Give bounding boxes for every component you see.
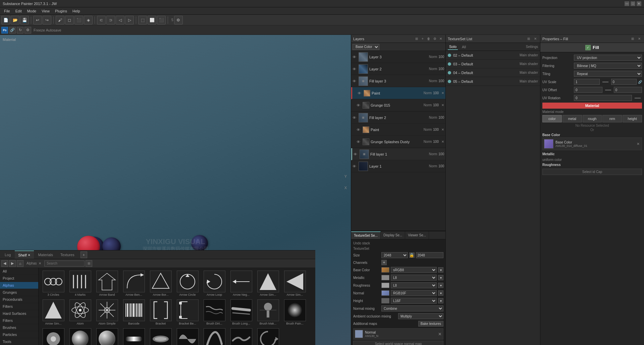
- alpha-brushpain6[interactable]: Brush Pain...: [147, 327, 174, 345]
- alpha-arrowsim2[interactable]: Arrow Sim...: [281, 269, 308, 298]
- maximize-button[interactable]: □: [631, 1, 635, 6]
- minimize-button[interactable]: —: [625, 1, 629, 6]
- textures-tab[interactable]: Textures: [57, 250, 78, 259]
- cat-all[interactable]: All: [0, 268, 38, 275]
- cat-hard-surfaces[interactable]: Hard Surfaces: [0, 310, 38, 317]
- menu-view[interactable]: View: [39, 8, 52, 14]
- basecolor-format[interactable]: sRGB8: [391, 267, 437, 273]
- base-color-remove[interactable]: ✕: [636, 141, 640, 146]
- cat-alphas[interactable]: Alphas: [0, 282, 38, 289]
- alpha-arrowben[interactable]: Arrow Ben...: [120, 269, 147, 298]
- import-btn[interactable]: ⬛: [157, 16, 166, 24]
- grunge2-del[interactable]: ✕: [441, 140, 444, 143]
- ts-item-05[interactable]: 05 – Default Main shader: [446, 77, 540, 86]
- normal-mixing-select[interactable]: Combine: [381, 305, 443, 311]
- select-tool[interactable]: ◈: [84, 16, 93, 24]
- cat-project[interactable]: Project: [0, 275, 38, 282]
- filllayer3-eye[interactable]: 👁: [353, 79, 357, 83]
- cat-brushes[interactable]: Brushes: [0, 324, 38, 331]
- erase-tool[interactable]: ◻: [65, 16, 74, 24]
- layers-close-btn[interactable]: ✕: [438, 36, 443, 42]
- uvoffset-input[interactable]: [574, 87, 602, 93]
- cat-filters2[interactable]: Filters: [0, 317, 38, 324]
- size-lock-btn[interactable]: 🔒: [409, 252, 415, 258]
- select-id-cap-btn[interactable]: Select id Cap: [542, 169, 642, 175]
- ts-item-04[interactable]: 04 – Default Main shader: [446, 68, 540, 77]
- mat-tab-height[interactable]: height: [623, 115, 642, 122]
- alpha-barcode[interactable]: Barcode: [120, 298, 147, 327]
- grunge1-eye[interactable]: 👁: [357, 103, 361, 107]
- metallic-arrow[interactable]: ▾: [438, 275, 443, 280]
- layers-settings-btn[interactable]: ⚙: [432, 36, 437, 42]
- log-tab[interactable]: Log: [1, 250, 14, 259]
- save-button[interactable]: 💾: [20, 16, 29, 24]
- menu-edit[interactable]: Edit: [13, 8, 24, 14]
- filllayer2-eye[interactable]: 👁: [353, 116, 357, 120]
- tool-b[interactable]: ⊃: [106, 16, 115, 24]
- menu-mode[interactable]: Mode: [24, 8, 39, 14]
- alpha-arrowbor[interactable]: Arrow Bor...: [147, 269, 174, 298]
- cat-particles[interactable]: Particles: [0, 331, 38, 338]
- grunge1-del[interactable]: ✕: [441, 103, 444, 107]
- roughness-format[interactable]: L8: [391, 282, 437, 288]
- shelf-grid-toggle[interactable]: ⊞: [86, 260, 92, 267]
- render-btn[interactable]: ⬚: [138, 16, 147, 24]
- uvoffset-y[interactable]: [614, 87, 642, 93]
- ts-list-expand[interactable]: ⊞: [526, 36, 531, 42]
- close-button[interactable]: ✕: [637, 1, 641, 6]
- shelf-add-btn[interactable]: +: [80, 251, 87, 258]
- ts-item-03[interactable]: 03 – Default Main shader: [446, 60, 540, 68]
- new-button[interactable]: 📄: [1, 16, 10, 24]
- blend-mode-select[interactable]: Base Color: [353, 44, 379, 50]
- mat-tab-color[interactable]: color: [542, 115, 562, 122]
- tool-c[interactable]: ◁: [116, 16, 124, 24]
- alpha-arrowsim3[interactable]: Arrow Sim...: [40, 298, 67, 327]
- alphas-breadcrumb-close[interactable]: ✕: [39, 262, 41, 265]
- tiling-select[interactable]: Repeat: [574, 71, 642, 77]
- alpha-arrowsim1[interactable]: Arrow Sim...: [255, 269, 281, 298]
- layer3-eye[interactable]: 👁: [353, 55, 357, 59]
- basecolor-arrow[interactable]: ▾: [438, 267, 443, 273]
- alpha-arrowband[interactable]: Arrow Band: [94, 269, 120, 298]
- alpha-brushpain5[interactable]: Brush Pain...: [120, 327, 147, 345]
- alpha-brushlong[interactable]: Brush Long...: [228, 298, 255, 327]
- undo-button[interactable]: ↩: [33, 16, 42, 24]
- ts-all-tab[interactable]: All: [461, 44, 467, 50]
- paint-tool[interactable]: 🖌: [56, 16, 64, 24]
- uvscale-y[interactable]: [611, 79, 637, 85]
- ps-icon[interactable]: Ps: [1, 27, 8, 34]
- sync-button[interactable]: ↻: [17, 27, 23, 34]
- alpha-brushpain8[interactable]: Brush Pain...: [201, 327, 228, 345]
- menu-plugins[interactable]: Plugins: [52, 8, 70, 14]
- paint2-del[interactable]: ✕: [441, 128, 444, 131]
- tool-d[interactable]: ▷: [125, 16, 134, 24]
- projection-select[interactable]: UV projection: [574, 55, 642, 61]
- alpha-brushpain1[interactable]: Brush Pain...: [281, 298, 308, 327]
- uvrotation-input[interactable]: [574, 95, 632, 101]
- metallic-format[interactable]: L8: [391, 275, 437, 281]
- filllayer1-eye[interactable]: 👁: [354, 152, 358, 156]
- ts-tab-settings[interactable]: TextureSet Se...: [351, 231, 381, 239]
- layers-del-btn[interactable]: 🗑: [426, 36, 431, 42]
- alpha-brushmak[interactable]: Brush Mak...: [255, 298, 281, 327]
- alpha-brushpain2[interactable]: Brush Pain...: [40, 327, 67, 345]
- uvscale-link[interactable]: 🔗: [638, 80, 642, 84]
- shelf-nav-back[interactable]: ◀: [1, 260, 8, 267]
- shelf-home[interactable]: ⌂: [17, 260, 23, 267]
- mat-tab-metal[interactable]: metal: [562, 115, 582, 122]
- alpha-brushpain9[interactable]: Brush Pain...: [228, 327, 255, 345]
- shelf-nav-fwd[interactable]: ▶: [9, 260, 16, 267]
- ts-list-close[interactable]: ✕: [533, 36, 538, 42]
- paint1-eye[interactable]: 👁: [358, 91, 362, 95]
- settings2-button[interactable]: ⚙: [24, 27, 31, 34]
- export-btn[interactable]: ⬜: [148, 16, 156, 24]
- materials-tab[interactable]: Materials: [35, 250, 56, 259]
- bake-textures-btn[interactable]: Bake textures: [418, 321, 443, 327]
- uvscale-slider[interactable]: ━━━: [601, 80, 610, 84]
- open-button[interactable]: 📂: [11, 16, 19, 24]
- alpha-atom[interactable]: Atom: [67, 298, 94, 327]
- alpha-arrowneg[interactable]: Arrow Neg...: [228, 269, 255, 298]
- menu-file[interactable]: File: [1, 8, 13, 14]
- shelf-tab[interactable]: Shelf ✕: [15, 250, 34, 259]
- ts-tab-viewer[interactable]: Viewer Se...: [405, 231, 429, 239]
